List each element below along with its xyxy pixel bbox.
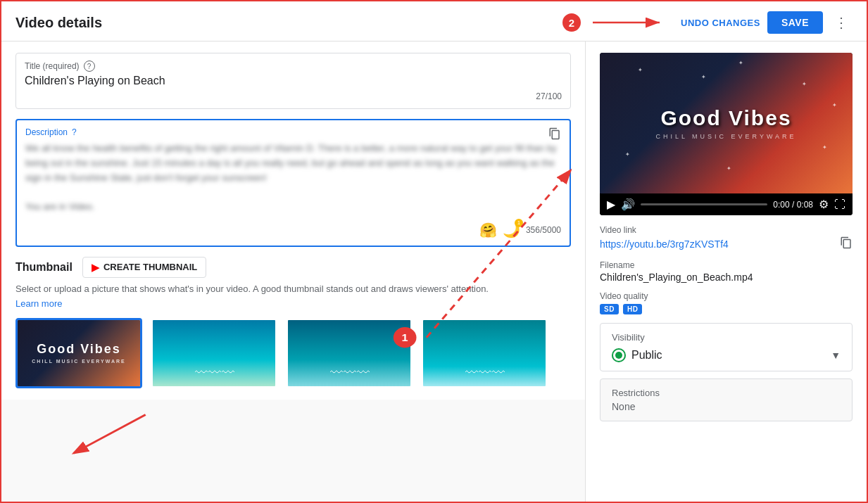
page-title: Video details xyxy=(15,15,102,31)
title-value: Children's Playing on Beach xyxy=(25,75,562,87)
svg-line-7 xyxy=(73,415,145,454)
video-quality-label: Video quality xyxy=(600,291,853,301)
video-quality-row: Video quality SD HD xyxy=(600,291,853,314)
thumbnail-canvas-1: Good Vibes CHILL MUSIC EVERYWARE xyxy=(18,320,140,386)
video-thumbnail: ✦ ✦ ✦ ✦ ✦ ✦ ✦ ✦ Good Vibes CHILL MUSIC E… xyxy=(600,53,853,193)
visibility-section: Visibility Public ▼ xyxy=(600,323,853,371)
video-controls: ▶ 🔊 0:00 / 0:08 ⚙ ⛶ xyxy=(600,193,853,215)
thumbnail-header: Thumbnail ▶ CREATE THUMBNAIL xyxy=(15,257,571,278)
quality-hd-badge: HD xyxy=(623,304,642,314)
badge-2: 2 xyxy=(561,12,582,33)
visibility-inner xyxy=(615,352,622,359)
thumbnail-canvas-2: 〰 〰 〰 xyxy=(153,320,275,386)
restrictions-label: Restrictions xyxy=(612,388,841,398)
visibility-value: Public xyxy=(612,348,662,362)
description-help-icon[interactable]: ? xyxy=(72,127,77,137)
main-content: Title (required) ? Children's Playing on… xyxy=(1,42,867,502)
learn-more-link[interactable]: Learn more xyxy=(15,298,62,309)
header-actions: 2 UNDO CHANGES SAVE ⋮ xyxy=(561,11,853,34)
play-button[interactable]: ▶ xyxy=(607,198,615,211)
thumbnail-item-2[interactable]: 〰 〰 〰 xyxy=(151,318,277,388)
video-preview: ✦ ✦ ✦ ✦ ✦ ✦ ✦ ✦ Good Vibes CHILL MUSIC E… xyxy=(600,53,853,215)
emoji-badge: 1 xyxy=(515,219,523,227)
description-field[interactable]: Description ? We all know the health ben… xyxy=(15,119,571,247)
restrictions-section: Restrictions None xyxy=(600,378,853,421)
video-link-label: Video link xyxy=(600,225,853,235)
undo-changes-button[interactable]: UNDO CHANGES xyxy=(681,18,760,28)
header-arrow xyxy=(589,14,674,31)
description-text: We all know the health benefits of getti… xyxy=(25,141,561,215)
create-thumbnail-button[interactable]: ▶ CREATE THUMBNAIL xyxy=(82,257,206,278)
header: Video details 2 UNDO CHANGES SAVE ⋮ xyxy=(1,1,867,42)
thumbnail-canvas-3: 〰 〰 〰 xyxy=(288,320,410,386)
fullscreen-button[interactable]: ⛶ xyxy=(834,198,845,211)
copy-link-button[interactable] xyxy=(840,236,853,252)
title-field[interactable]: Title (required) ? Children's Playing on… xyxy=(15,53,571,109)
page-wrapper: Video details 2 UNDO CHANGES SAVE ⋮ xyxy=(1,1,867,502)
restrictions-value: None xyxy=(612,401,841,412)
settings-button[interactable]: ⚙ xyxy=(819,198,829,211)
thumbnail-grid: Good Vibes CHILL MUSIC EVERYWARE 〰 〰 〰 xyxy=(15,318,571,388)
title-help-icon[interactable]: ? xyxy=(84,61,95,72)
thumbnail-title: Thumbnail xyxy=(15,261,73,274)
save-button[interactable]: SAVE xyxy=(767,11,823,34)
emoji-button-1[interactable]: 🤗 xyxy=(479,222,497,238)
left-panel: Title (required) ? Children's Playing on… xyxy=(1,42,585,400)
progress-bar[interactable] xyxy=(641,203,767,205)
time-display: 0:00 / 0:08 xyxy=(773,200,813,210)
video-link[interactable]: https://youtu.be/3rg7zKVSTf4 xyxy=(600,238,729,250)
description-footer: 🤗 🌙 1 356/5000 xyxy=(25,222,561,238)
yt-icon: ▶ xyxy=(92,262,99,273)
right-panel: ✦ ✦ ✦ ✦ ✦ ✦ ✦ ✦ Good Vibes CHILL MUSIC E… xyxy=(585,42,867,502)
left-panel-wrapper: Title (required) ? Children's Playing on… xyxy=(1,42,585,502)
visibility-value-row[interactable]: Public ▼ xyxy=(612,348,841,362)
video-title-overlay: Good Vibes xyxy=(660,106,791,130)
description-label: Description ? xyxy=(25,127,561,137)
filename-label: Filename xyxy=(600,260,853,270)
thumbnail-item-4[interactable]: 〰 〰 〰 xyxy=(421,318,548,388)
title-label: Title (required) ? xyxy=(25,61,562,72)
visibility-label: Visibility xyxy=(612,332,841,343)
filename-row: Filename Children's_Playing_on_Beach.mp4 xyxy=(600,260,853,283)
thumbnail-item-3[interactable]: 〰 〰 〰 xyxy=(286,318,413,388)
thumbnail-item-1[interactable]: Good Vibes CHILL MUSIC EVERYWARE xyxy=(15,318,142,388)
volume-button[interactable]: 🔊 xyxy=(621,198,635,211)
visibility-icon xyxy=(612,348,626,362)
video-sub-overlay: CHILL MUSIC EVERYWARE xyxy=(655,133,796,140)
quality-badges: SD HD xyxy=(600,304,853,314)
quality-sd-badge: SD xyxy=(600,304,619,314)
video-link-row: Video link https://youtu.be/3rg7zKVSTf4 xyxy=(600,225,853,252)
desc-char-count: 356/5000 xyxy=(526,225,561,235)
thumbnail-canvas-4: 〰 〰 〰 xyxy=(423,320,546,386)
thumbnail-description: Select or upload a picture that shows wh… xyxy=(15,284,571,294)
description-copy-icon[interactable] xyxy=(548,127,561,143)
visibility-dropdown-icon[interactable]: ▼ xyxy=(831,350,841,361)
emoji-button-2[interactable]: 🌙 1 xyxy=(503,222,520,238)
thumbnail-section: Thumbnail ▶ CREATE THUMBNAIL Select or u… xyxy=(15,257,571,388)
more-options-button[interactable]: ⋮ xyxy=(830,11,853,34)
filename-value: Children's_Playing_on_Beach.mp4 xyxy=(600,272,853,283)
title-char-count: 27/100 xyxy=(25,91,562,101)
